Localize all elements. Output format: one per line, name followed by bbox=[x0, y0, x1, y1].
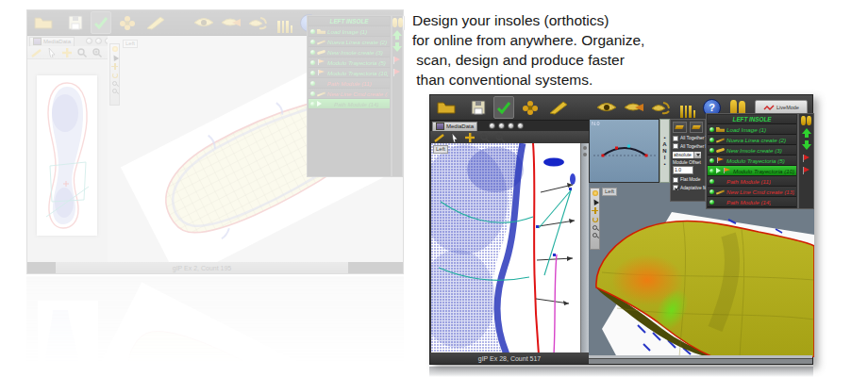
adaptive-mode-checkbox[interactable]: Adaptative Mode bbox=[673, 185, 703, 190]
insole-list-item[interactable]: Path Module (11) bbox=[708, 176, 796, 187]
media-tab[interactable]: MediaData bbox=[432, 122, 477, 131]
status-orb-icon bbox=[709, 179, 714, 184]
confirm-check-icon[interactable] bbox=[493, 96, 514, 119]
foot-scan-thumbnail[interactable] bbox=[37, 75, 97, 236]
insole-list-item[interactable]: Modulo Trayectoria (10) bbox=[708, 166, 796, 176]
insole-list-item[interactable]: Modulo Trayectoria (5) bbox=[708, 156, 796, 166]
zoom-tool-icon[interactable] bbox=[593, 225, 597, 230]
move-down-button[interactable] bbox=[392, 42, 402, 52]
move-up-button[interactable] bbox=[802, 128, 811, 138]
mode-dropdown[interactable]: absolute bbox=[673, 152, 701, 158]
livemode-label: LiveMode bbox=[776, 105, 799, 110]
add-point-tool-icon[interactable] bbox=[592, 207, 598, 214]
flag-marker-icon[interactable] bbox=[392, 69, 402, 76]
caption-line: than conventional systems. bbox=[412, 70, 644, 90]
none-icon bbox=[324, 101, 332, 107]
insole-list-item[interactable]: Load Image (1) bbox=[309, 26, 390, 37]
module-tool-button[interactable] bbox=[673, 122, 687, 133]
save-icon[interactable] bbox=[471, 97, 486, 118]
add-point-tool-icon[interactable] bbox=[465, 133, 475, 142]
scan-viewport[interactable]: Left bbox=[431, 143, 581, 352]
nav-dot-button[interactable] bbox=[517, 123, 524, 129]
light-tool-icon[interactable] bbox=[593, 190, 598, 196]
pencil-tool-icon[interactable] bbox=[434, 133, 445, 142]
zoom-in-tool-icon[interactable] bbox=[495, 133, 505, 142]
insole-list-item[interactable]: New Line Cmd create (13) bbox=[708, 187, 796, 197]
media-tab[interactable]: MediaData bbox=[29, 37, 75, 46]
media-tab-label: MediaData bbox=[446, 123, 474, 129]
insole-list-item[interactable]: New Insole create (3) bbox=[309, 47, 390, 57]
knife-tool-icon[interactable] bbox=[145, 12, 166, 33]
open-folder-icon[interactable] bbox=[437, 97, 456, 118]
flag-marker-icon[interactable] bbox=[392, 57, 402, 64]
nav-dot-button[interactable] bbox=[95, 38, 102, 44]
cursor-tool-icon[interactable] bbox=[48, 48, 57, 57]
none-icon bbox=[317, 80, 326, 86]
zoom-in-tool-icon[interactable] bbox=[92, 48, 102, 57]
status-orb-icon bbox=[709, 200, 714, 205]
chevron-down-icon[interactable] bbox=[693, 152, 701, 158]
pad-tool-icon[interactable] bbox=[522, 97, 539, 118]
view-rotate-icon[interactable] bbox=[247, 12, 268, 33]
view-rotate-icon[interactable] bbox=[650, 97, 671, 118]
module-tool-button[interactable] bbox=[690, 122, 704, 133]
insole-bars-icon[interactable] bbox=[680, 97, 695, 118]
all-together-top-checkbox[interactable]: All Together Top bbox=[673, 136, 703, 141]
open-folder-icon[interactable] bbox=[34, 12, 53, 33]
status-orb-icon bbox=[709, 158, 714, 163]
insole-list-item[interactable]: Nueva Linea create (2) bbox=[708, 135, 796, 145]
insole-list-item[interactable]: Load Image (1) bbox=[708, 124, 796, 135]
cursor-tool-icon[interactable] bbox=[591, 198, 598, 205]
scan-panel: MediaData bbox=[430, 121, 589, 364]
vertical-scrollbar[interactable] bbox=[580, 143, 589, 352]
move-up-button[interactable] bbox=[392, 30, 402, 40]
zoom-tool-icon[interactable] bbox=[593, 233, 597, 238]
checkbox-box bbox=[673, 177, 678, 183]
view-eye-icon[interactable] bbox=[595, 97, 618, 118]
nav-dot-button[interactable] bbox=[498, 123, 505, 129]
knife-tool-icon[interactable] bbox=[548, 97, 569, 118]
insole-list-item[interactable]: Path Module (14) bbox=[708, 197, 796, 207]
nav-dot-button[interactable] bbox=[489, 123, 495, 129]
cross-section-panel[interactable]: N.0 bbox=[589, 119, 659, 183]
flag-marker-icon[interactable] bbox=[802, 155, 811, 162]
insole-list-item[interactable]: Modulo Trayectoria (10) bbox=[309, 68, 390, 78]
viewport-side-label: Left bbox=[433, 145, 448, 154]
view-eye-icon[interactable] bbox=[192, 12, 215, 33]
zoom-out-tool-icon[interactable] bbox=[77, 48, 87, 57]
cursor-tool-icon[interactable] bbox=[451, 133, 459, 142]
section-strip[interactable]: •ANI• bbox=[659, 119, 670, 183]
insole-list-item[interactable]: Modulo Trayectoria (5) bbox=[309, 57, 390, 68]
insole-list-item-label: Nueva Linea create (2) bbox=[327, 39, 387, 45]
insole-list-item[interactable]: Nueva Linea create (2) bbox=[309, 37, 390, 47]
insole-list-item[interactable]: New Line Cmd create (13) bbox=[309, 89, 390, 99]
zoom-out-tool-icon[interactable] bbox=[480, 133, 490, 142]
nav-dot-button[interactable] bbox=[86, 38, 92, 44]
offset-input[interactable]: 1.0 bbox=[673, 166, 693, 174]
save-icon[interactable] bbox=[68, 12, 83, 33]
rotate-tool-icon[interactable] bbox=[593, 217, 598, 222]
status-orb-icon bbox=[709, 138, 714, 142]
media-tab-label: MediaData bbox=[43, 39, 71, 44]
horizontal-scrollbar[interactable] bbox=[589, 355, 812, 364]
view-eye-wedge-icon[interactable] bbox=[221, 12, 242, 33]
pencil-tool-icon[interactable] bbox=[31, 48, 42, 57]
insole-list-item[interactable]: New Insole create (3) bbox=[708, 145, 796, 156]
move-down-button[interactable] bbox=[802, 140, 811, 150]
status-text: gIP Ex 2, Count 195 bbox=[173, 265, 232, 271]
insole-pair-mini-icon[interactable] bbox=[801, 116, 811, 125]
view-eye-wedge-icon[interactable] bbox=[624, 97, 644, 118]
add-point-tool-icon[interactable] bbox=[62, 48, 72, 57]
confirm-check-icon[interactable] bbox=[91, 11, 111, 34]
insole-bars-icon[interactable] bbox=[277, 12, 292, 33]
pad-tool-icon[interactable] bbox=[119, 12, 136, 33]
insole-steps-panel: LEFT INSOLE Load Image (1)Nueva Linea cr… bbox=[307, 15, 392, 177]
insole-pair-mini-icon[interactable] bbox=[392, 18, 403, 27]
all-together-bottom-checkbox[interactable]: All Together Bott bbox=[673, 143, 703, 149]
insole-list-item[interactable]: Path Module (14) bbox=[309, 99, 390, 109]
flat-mode-checkbox[interactable]: Flat Mode bbox=[673, 177, 703, 183]
insole-list-item[interactable]: Path Module (11) bbox=[309, 78, 390, 89]
flag-marker-icon[interactable] bbox=[802, 167, 811, 174]
nav-dot-button[interactable] bbox=[508, 123, 514, 129]
3d-viewport[interactable] bbox=[589, 186, 814, 357]
